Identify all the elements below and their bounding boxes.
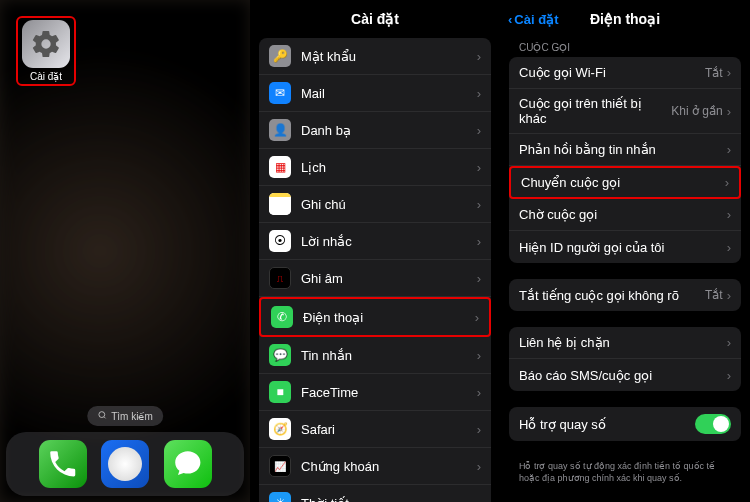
- chevron-right-icon: ›: [477, 234, 481, 249]
- row-facetime[interactable]: ■ FaceTime ›: [259, 374, 491, 411]
- message-icon: [164, 440, 212, 488]
- row-messages[interactable]: 💬 Tin nhắn ›: [259, 337, 491, 374]
- chevron-right-icon: ›: [475, 310, 479, 325]
- row-blocked-contacts[interactable]: Liên hệ bị chặn ›: [509, 327, 741, 359]
- gear-icon: [30, 28, 62, 60]
- page-title: Cài đặt: [351, 11, 399, 27]
- row-passwords[interactable]: 🔑 Mật khẩu ›: [259, 38, 491, 75]
- row-stocks[interactable]: 📈 Chứng khoán ›: [259, 448, 491, 485]
- video-icon: ■: [269, 381, 291, 403]
- row-label: Cuộc gọi Wi-Fi: [519, 65, 705, 80]
- row-value: Tắt: [705, 66, 723, 80]
- row-safari[interactable]: 🧭 Safari ›: [259, 411, 491, 448]
- row-label: Thời tiết: [301, 496, 477, 503]
- dock-phone-app[interactable]: [39, 440, 87, 488]
- row-label: Báo cáo SMS/cuộc gọi: [519, 368, 727, 383]
- dock-messages-app[interactable]: [164, 440, 212, 488]
- chevron-right-icon: ›: [477, 271, 481, 286]
- calendar-icon: ▦: [269, 156, 291, 178]
- row-label: Mật khẩu: [301, 49, 477, 64]
- home-dock: [6, 432, 244, 496]
- dock-safari-app[interactable]: [101, 440, 149, 488]
- home-screen-panel: Cài đặt Tìm kiếm: [0, 0, 250, 502]
- row-phone-highlighted[interactable]: ✆ Điện thoại ›: [259, 297, 491, 337]
- chevron-right-icon: ›: [727, 65, 731, 80]
- compass-icon: 🧭: [269, 418, 291, 440]
- chevron-right-icon: ›: [477, 348, 481, 363]
- row-label: Liên hệ bị chặn: [519, 335, 727, 350]
- row-label: Lời nhắc: [301, 234, 477, 249]
- settings-section: 🔑 Mật khẩu › ✉ Mail › 👤 Danh bạ › ▦ Lịch…: [259, 38, 491, 502]
- row-caller-id[interactable]: Hiện ID người gọi của tôi ›: [509, 231, 741, 263]
- row-respond-text[interactable]: Phản hồi bằng tin nhắn ›: [509, 134, 741, 166]
- chevron-right-icon: ›: [477, 160, 481, 175]
- message-icon: 💬: [269, 344, 291, 366]
- row-label: Lịch: [301, 160, 477, 175]
- row-wifi-calling[interactable]: Cuộc gọi Wi-Fi Tắt ›: [509, 57, 741, 89]
- row-label: Tin nhắn: [301, 348, 477, 363]
- section-header-calls: CUỘC GỌI: [509, 38, 741, 57]
- row-label: Chuyển cuộc gọi: [521, 175, 725, 190]
- row-contacts[interactable]: 👤 Danh bạ ›: [259, 112, 491, 149]
- chevron-right-icon: ›: [477, 496, 481, 503]
- row-label: Ghi chú: [301, 197, 477, 212]
- row-label: Điện thoại: [303, 310, 475, 325]
- chevron-right-icon: ›: [727, 288, 731, 303]
- row-dial-assist: Hỗ trợ quay số: [509, 407, 741, 441]
- home-search-button[interactable]: Tìm kiếm: [87, 406, 163, 426]
- mail-icon: ✉: [269, 82, 291, 104]
- row-mail[interactable]: ✉ Mail ›: [259, 75, 491, 112]
- chevron-right-icon: ›: [727, 142, 731, 157]
- row-call-forwarding-highlighted[interactable]: Chuyển cuộc gọi ›: [509, 166, 741, 199]
- svg-point-0: [99, 412, 105, 418]
- reminders-icon: ⦿: [269, 230, 291, 252]
- row-voicememos[interactable]: ⎍ Ghi âm ›: [259, 260, 491, 297]
- weather-icon: ☀: [269, 492, 291, 502]
- row-label: Chờ cuộc gọi: [519, 207, 727, 222]
- phone-icon: ✆: [271, 306, 293, 328]
- settings-app-highlight: Cài đặt: [16, 16, 76, 86]
- row-weather[interactable]: ☀ Thời tiết ›: [259, 485, 491, 502]
- chevron-right-icon: ›: [477, 422, 481, 437]
- compass-icon: [108, 447, 142, 481]
- chevron-right-icon: ›: [477, 49, 481, 64]
- silence-section: Tắt tiếng cuộc gọi không rõ Tắt ›: [509, 279, 741, 311]
- header: Cài đặt: [250, 0, 500, 38]
- phone-settings-panel: ‹ Cài đặt Điện thoại CUỘC GỌI Cuộc gọi W…: [500, 0, 750, 502]
- dial-assist-toggle[interactable]: [695, 414, 731, 434]
- waveform-icon: ⎍: [269, 267, 291, 289]
- row-label: Danh bạ: [301, 123, 477, 138]
- back-label: Cài đặt: [514, 12, 558, 27]
- row-label: Safari: [301, 422, 477, 437]
- search-icon: [97, 410, 107, 422]
- notes-icon: [269, 193, 291, 215]
- row-calls-other-devices[interactable]: Cuộc gọi trên thiết bị khác Khi ở gần ›: [509, 89, 741, 134]
- settings-app-label: Cài đặt: [22, 71, 70, 82]
- chevron-right-icon: ›: [477, 123, 481, 138]
- stocks-icon: 📈: [269, 455, 291, 477]
- home-search-label: Tìm kiếm: [111, 411, 153, 422]
- row-label: FaceTime: [301, 385, 477, 400]
- row-value: Tắt: [705, 288, 723, 302]
- row-call-waiting[interactable]: Chờ cuộc gọi ›: [509, 199, 741, 231]
- calls-section: Cuộc gọi Wi-Fi Tắt › Cuộc gọi trên thiết…: [509, 57, 741, 263]
- row-label: Phản hồi bằng tin nhắn: [519, 142, 727, 157]
- row-report-sms[interactable]: Báo cáo SMS/cuộc gọi ›: [509, 359, 741, 391]
- phone-icon: [39, 440, 87, 488]
- chevron-right-icon: ›: [727, 104, 731, 119]
- contacts-icon: 👤: [269, 119, 291, 141]
- row-reminders[interactable]: ⦿ Lời nhắc ›: [259, 223, 491, 260]
- row-label: Hỗ trợ quay số: [519, 417, 695, 432]
- row-label: Mail: [301, 86, 477, 101]
- chevron-right-icon: ›: [477, 459, 481, 474]
- row-calendar[interactable]: ▦ Lịch ›: [259, 149, 491, 186]
- row-label: Chứng khoán: [301, 459, 477, 474]
- chevron-right-icon: ›: [477, 385, 481, 400]
- row-label: Ghi âm: [301, 271, 477, 286]
- row-notes[interactable]: Ghi chú ›: [259, 186, 491, 223]
- row-silence-unknown[interactable]: Tắt tiếng cuộc gọi không rõ Tắt ›: [509, 279, 741, 311]
- settings-app-icon[interactable]: [22, 20, 70, 68]
- chevron-right-icon: ›: [727, 368, 731, 383]
- chevron-left-icon: ‹: [508, 12, 512, 27]
- back-button[interactable]: ‹ Cài đặt: [508, 12, 558, 27]
